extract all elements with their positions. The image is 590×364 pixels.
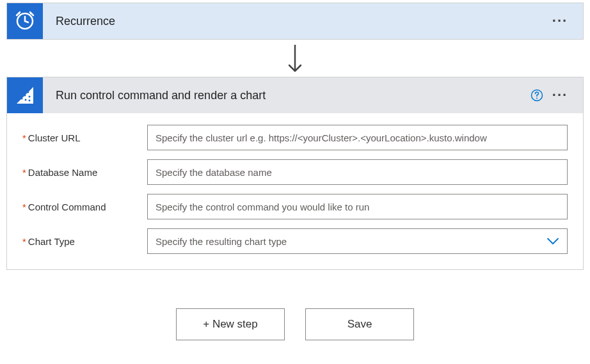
recurrence-title: Recurrence: [56, 15, 547, 28]
more-icon[interactable]: ···: [547, 87, 573, 104]
control-command-input[interactable]: [147, 194, 568, 219]
control-command-label: *Control Command: [22, 202, 147, 212]
required-asterisk: *: [22, 202, 26, 212]
chevron-down-icon: [546, 237, 559, 245]
new-step-button[interactable]: + New step: [176, 308, 285, 340]
svg-point-13: [29, 96, 31, 98]
action-card: Run control command and render a chart ·…: [6, 77, 584, 270]
save-button[interactable]: Save: [305, 308, 414, 340]
svg-point-10: [24, 95, 26, 97]
svg-point-14: [29, 100, 31, 102]
recurrence-header[interactable]: Recurrence ···: [7, 3, 583, 39]
recurrence-icon-container: [7, 3, 43, 39]
required-asterisk: *: [22, 132, 26, 143]
svg-point-16: [536, 98, 538, 99]
required-asterisk: *: [22, 167, 26, 178]
database-name-input[interactable]: [147, 159, 568, 185]
form-row-database-name: *Database Name: [22, 159, 568, 185]
svg-point-9: [21, 98, 23, 100]
chart-type-placeholder: Specify the resulting chart type: [155, 236, 287, 247]
cluster-url-label: *Cluster URL: [22, 132, 147, 143]
required-asterisk: *: [22, 236, 26, 247]
database-name-label: *Database Name: [22, 167, 147, 178]
svg-line-2: [25, 21, 28, 22]
recurrence-card: Recurrence ···: [6, 3, 584, 40]
form-row-cluster-url: *Cluster URL: [22, 125, 568, 150]
data-explorer-icon: [14, 84, 36, 106]
more-icon[interactable]: ···: [547, 13, 573, 29]
action-header[interactable]: Run control command and render a chart ·…: [7, 77, 583, 113]
chart-type-select[interactable]: Specify the resulting chart type: [147, 228, 568, 254]
arrow-down-icon: [285, 44, 305, 74]
chart-type-label: *Chart Type: [22, 236, 147, 247]
form-row-control-command: *Control Command: [22, 194, 568, 219]
clock-icon: [14, 10, 36, 32]
action-body: *Cluster URL *Database Name *Control Com…: [7, 113, 583, 269]
cluster-url-input[interactable]: [147, 125, 568, 150]
footer-buttons: + New step Save: [6, 308, 584, 340]
svg-point-12: [25, 99, 27, 101]
help-icon[interactable]: [527, 89, 547, 102]
action-title: Run control command and render a chart: [56, 89, 527, 102]
svg-point-11: [28, 91, 29, 93]
form-row-chart-type: *Chart Type Specify the resulting chart …: [22, 228, 568, 254]
action-icon-container: [7, 77, 43, 113]
arrow-connector: [6, 40, 584, 77]
